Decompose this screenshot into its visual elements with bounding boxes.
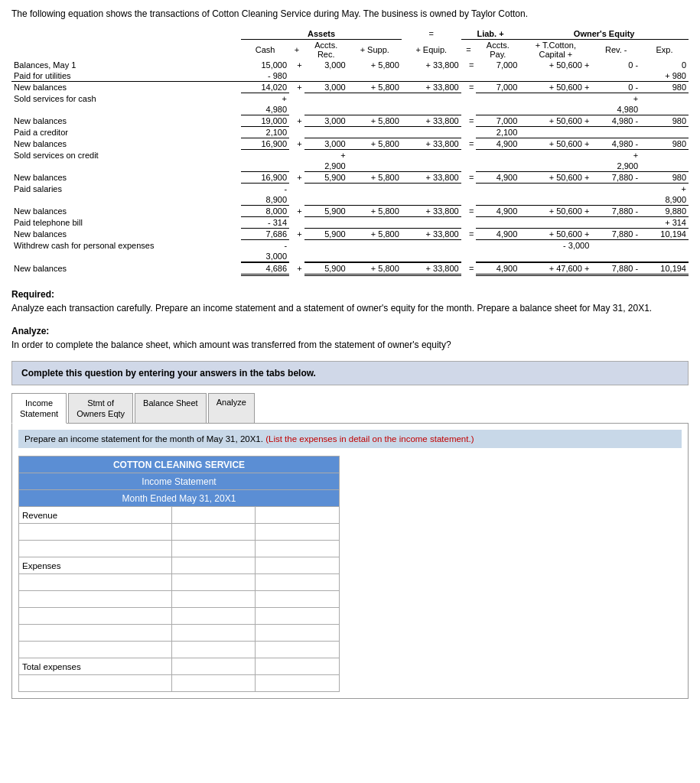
table-row: 4,980 4,980 <box>11 104 689 115</box>
table-row: New balances 7,686 + 5,900 + 5,800 + 33,… <box>11 228 689 239</box>
expense-detail-col1-4[interactable] <box>175 629 252 638</box>
expense-detail-col1-3[interactable] <box>175 612 252 621</box>
income-statement-form: COTTON CLEANING SERVICE Income Statement… <box>18 456 340 692</box>
intro-text: The following equation shows the transac… <box>11 8 689 21</box>
table-row: Sold services for cash + + <box>11 93 689 104</box>
expense-detail-label-1[interactable] <box>34 578 168 587</box>
expense-detail-col2-1[interactable] <box>259 578 336 587</box>
revenue-label: Revenue <box>19 507 172 524</box>
instruction-bar: Prepare an income statement for the mont… <box>18 430 682 448</box>
table-row: Paid for utilities - 980 + 980 <box>11 70 689 82</box>
table-row: Paid a creditor 2,100 2,100 <box>11 126 689 138</box>
expenses-row: Expenses <box>19 557 340 574</box>
table-row: New balances 16,900 + 5,900 + 5,800 + 33… <box>11 171 689 183</box>
table-row: New balances 19,000 + 3,000 + 5,800 + 33… <box>11 115 689 126</box>
table-row: Paid salaries - + <box>11 183 689 194</box>
total-expenses-row: Total expenses <box>19 658 340 675</box>
table-row: New balances 16,900 + 3,000 + 5,800 + 33… <box>11 138 689 149</box>
expense-detail-label-2[interactable] <box>34 595 168 604</box>
table-row: New balances 8,000 + 5,900 + 5,800 + 33,… <box>11 205 689 216</box>
revenue-detail-row-2 <box>19 541 340 557</box>
form-title: Income Statement <box>19 473 340 490</box>
expense-detail-row-4 <box>19 625 340 642</box>
revenue-col2-input[interactable] <box>259 511 336 520</box>
complete-question-box: Complete this question by entering your … <box>11 361 689 385</box>
table-row: New balances 4,686 + 5,900 + 5,800 + 33,… <box>11 262 689 275</box>
net-income-row <box>19 675 340 692</box>
table-row: Sold services on credit + + <box>11 149 689 161</box>
assets-header: Assets <box>241 28 402 40</box>
expense-detail-row-3 <box>19 608 340 625</box>
revenue-detail-label-1[interactable] <box>34 528 168 537</box>
transaction-table: Assets = Liab. + Owner's Equity Cash + A… <box>11 28 689 276</box>
analyze-section: Analyze: In order to complete the balanc… <box>11 324 689 352</box>
revenue-detail-col1-1[interactable] <box>175 528 252 537</box>
table-row: 3,000 <box>11 251 689 262</box>
tab-income-statement[interactable]: IncomeStatement <box>11 393 67 424</box>
total-expenses-col2-input[interactable] <box>259 662 336 671</box>
table-row: New balances 14,020 + 3,000 + 5,800 + 33… <box>11 81 689 93</box>
revenue-detail-col2-2[interactable] <box>259 544 336 554</box>
form-period: Month Ended May 31, 20X1 <box>19 490 340 507</box>
required-title: Required: <box>11 289 54 300</box>
tab-stmt-owners-equity[interactable]: Stmt ofOwners Eqty <box>68 393 133 424</box>
equity-header: Owner's Equity <box>519 28 689 40</box>
tab-analyze[interactable]: Analyze <box>208 393 255 424</box>
expense-detail-col1-2[interactable] <box>175 595 252 604</box>
expense-detail-label-4[interactable] <box>34 629 168 638</box>
complete-question-text: Complete this question by entering your … <box>21 368 316 379</box>
total-expenses-label: Total expenses <box>19 658 172 675</box>
expense-detail-col2-5[interactable] <box>259 645 336 655</box>
tab-content: Prepare an income statement for the mont… <box>11 424 689 699</box>
form-company-name: COTTON CLEANING SERVICE <box>19 456 340 473</box>
expense-detail-col1-5[interactable] <box>175 645 252 655</box>
expenses-col1-input[interactable] <box>175 561 252 570</box>
expense-detail-col2-3[interactable] <box>259 612 336 621</box>
expense-detail-col1-1[interactable] <box>175 578 252 587</box>
revenue-detail-col2-1[interactable] <box>259 528 336 537</box>
expense-detail-col2-4[interactable] <box>259 629 336 638</box>
analyze-text: In order to complete the balance sheet, … <box>11 338 689 352</box>
table-row: Paid telephone bill - 314 + 314 <box>11 216 689 228</box>
net-income-col2-input[interactable] <box>259 679 336 688</box>
expense-detail-row-2 <box>19 591 340 608</box>
required-section: Required: Analyze each transaction caref… <box>11 288 689 315</box>
table-row: Balances, May 1 15,000 + 3,000 + 5,800 +… <box>11 60 689 70</box>
revenue-detail-col1-2[interactable] <box>175 544 252 554</box>
expense-detail-col2-2[interactable] <box>259 595 336 604</box>
expense-detail-label-3[interactable] <box>34 612 168 621</box>
revenue-detail-row-1 <box>19 524 340 541</box>
table-row: Withdrew cash for personal expenses - - … <box>11 239 689 251</box>
expense-detail-label-5[interactable] <box>34 645 168 655</box>
expense-detail-row-5 <box>19 642 340 658</box>
revenue-col1-input[interactable] <box>175 511 252 520</box>
expenses-label: Expenses <box>19 557 172 574</box>
table-row: 2,900 2,900 <box>11 161 689 172</box>
expense-detail-row-1 <box>19 574 340 591</box>
tabs-container: IncomeStatement Stmt ofOwners Eqty Balan… <box>11 393 689 424</box>
revenue-row: Revenue <box>19 507 340 524</box>
tab-balance-sheet[interactable]: Balance Sheet <box>135 393 207 424</box>
expenses-col2-input[interactable] <box>259 561 336 570</box>
revenue-detail-label-2[interactable] <box>34 544 168 554</box>
net-income-label-input[interactable] <box>22 679 168 688</box>
liab-header: Liab. + <box>461 28 520 40</box>
net-income-col1-input[interactable] <box>175 679 252 688</box>
total-expenses-col1-input[interactable] <box>175 662 252 671</box>
analyze-title: Analyze: <box>11 326 49 336</box>
required-text: Analyze each transaction carefully. Prep… <box>11 301 689 315</box>
table-row: 8,900 8,900 <box>11 194 689 206</box>
instruction-text: Prepare an income statement for the mont… <box>24 434 474 443</box>
